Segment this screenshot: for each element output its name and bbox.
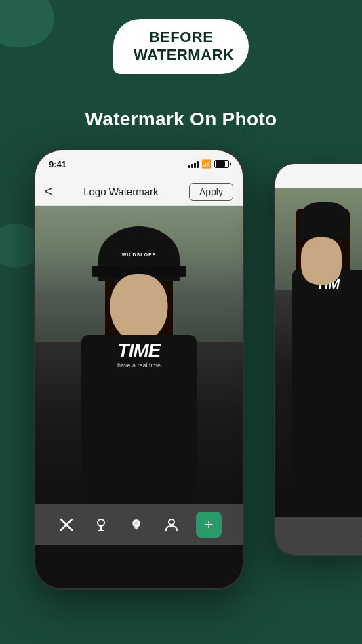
phone-navbar: < Logo Watermark Apply: [35, 178, 243, 206]
decorative-blob-top-left: [0, 0, 54, 47]
secondary-person: [282, 202, 362, 487]
secondary-status-bar: 9:4: [275, 164, 362, 188]
secondary-toolbar: ✕: [275, 517, 362, 555]
person-icon[interactable]: [161, 515, 182, 535]
status-icons: 📶: [188, 159, 229, 169]
phone-secondary: 9:4 ‹ TIM ✕: [274, 163, 362, 556]
nav-title: Logo Watermark: [83, 186, 158, 197]
before-watermark-bubble: BEFORE WATERMARK: [113, 19, 249, 74]
page-title: Watermark On Photo: [0, 108, 362, 130]
hat-label: WILDSLOPE: [122, 252, 157, 257]
face: [110, 274, 168, 342]
before-watermark-text: BEFORE WATERMARK: [134, 28, 234, 63]
secondary-body: [292, 270, 362, 487]
svg-point-4: [169, 519, 174, 525]
status-time: 9:41: [49, 159, 66, 169]
photo-background: WILDSLOPE TIME have a real time: [35, 206, 243, 504]
close-button[interactable]: [56, 515, 77, 535]
location-icon[interactable]: [126, 515, 146, 535]
shirt-text-sub: have a real time: [117, 362, 161, 369]
apply-button[interactable]: Apply: [189, 183, 233, 201]
photo-area: WILDSLOPE TIME have a real time: [35, 206, 243, 504]
svg-point-2: [98, 519, 104, 526]
add-button[interactable]: +: [196, 512, 222, 538]
shirt-text-main: TIME: [118, 340, 161, 361]
add-icon: +: [205, 516, 214, 534]
phone-main: 9:41 📶 < Logo Watermark Apply WI: [34, 149, 244, 590]
status-bar: 9:41 📶: [35, 150, 243, 178]
battery-icon: [214, 160, 229, 168]
shirt-text: TIME have a real time: [117, 342, 161, 369]
phone-toolbar: +: [35, 504, 243, 545]
signal-icon: [188, 160, 199, 168]
back-button[interactable]: <: [45, 184, 53, 199]
pin-icon[interactable]: [91, 515, 111, 535]
secondary-photo-area: TIM: [275, 188, 362, 494]
wifi-icon: 📶: [201, 159, 212, 169]
